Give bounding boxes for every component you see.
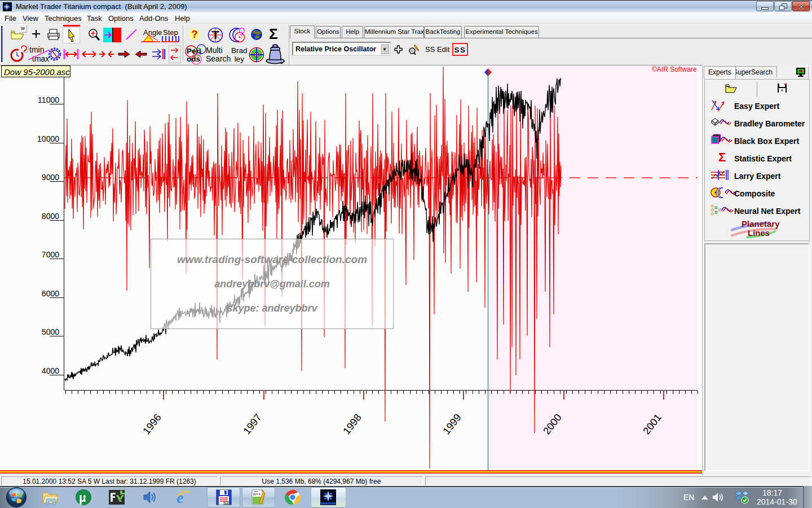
svg-text:10000: 10000	[37, 134, 59, 143]
svg-text:64: 64	[224, 502, 228, 505]
svg-text:4000: 4000	[42, 366, 59, 375]
svg-text:7000: 7000	[42, 250, 59, 259]
svg-text:9000: 9000	[42, 173, 59, 182]
svg-text:2001: 2001	[641, 412, 663, 437]
svg-text:2000: 2000	[541, 412, 563, 437]
svg-text:T: T	[212, 29, 219, 41]
svg-text:e: e	[176, 489, 183, 506]
svg-text:11000: 11000	[38, 95, 59, 104]
svg-text:1996: 1996	[140, 412, 163, 437]
svg-text:8000: 8000	[42, 212, 59, 221]
svg-text:1997: 1997	[241, 412, 263, 437]
svg-text:1998: 1998	[341, 412, 363, 437]
svg-text:6000: 6000	[42, 289, 59, 298]
svg-text:1999: 1999	[440, 412, 463, 437]
svg-text:?: ?	[192, 29, 198, 40]
svg-text:5000: 5000	[42, 327, 59, 336]
svg-text:Lines: Lines	[748, 228, 770, 238]
svg-text:µ: µ	[79, 491, 86, 505]
svg-text:n++: n++	[253, 492, 261, 497]
svg-text:Planetary: Planetary	[742, 219, 780, 229]
svg-text:Σ: Σ	[718, 151, 726, 164]
